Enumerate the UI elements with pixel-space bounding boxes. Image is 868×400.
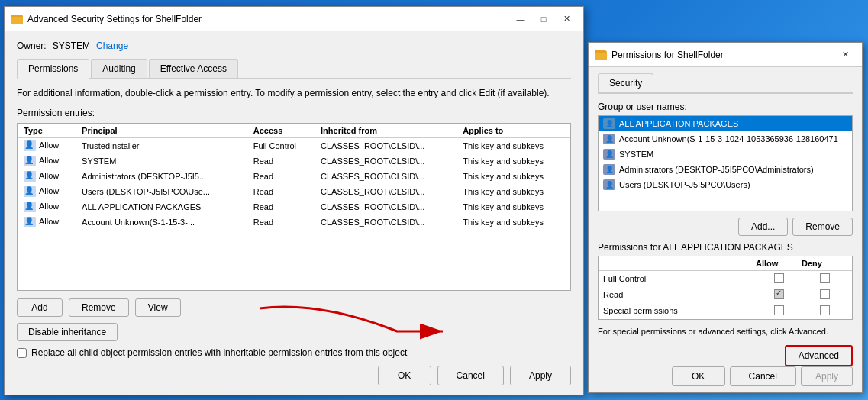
special-text: For special permissions or advanced sett… xyxy=(598,326,853,337)
second-dialog-title: Permissions for ShellFolder xyxy=(611,50,724,60)
second-final-buttons: OK Cancel Apply xyxy=(598,366,853,386)
disable-inheritance-button[interactable]: Disable inheritance xyxy=(17,323,118,341)
user-name: Administrators (DESKTOP-J5I5PCO\Administ… xyxy=(619,165,814,174)
add-user-button[interactable]: Add... xyxy=(738,218,788,236)
user-list-item[interactable]: 👤 Users (DESKTOP-J5I5PCO\Users) xyxy=(599,177,852,192)
change-owner-link[interactable]: Change xyxy=(96,40,128,51)
perm-check-table: Allow Deny Full Control Read Special per… xyxy=(598,256,853,320)
deny-checkbox[interactable] xyxy=(820,289,830,299)
col-inherited: Inherited from xyxy=(315,124,457,138)
view-button[interactable]: View xyxy=(135,298,181,317)
replace-checkbox[interactable] xyxy=(17,348,27,358)
tab-auditing[interactable]: Auditing xyxy=(91,59,147,78)
main-dialog-titlebar: Advanced Security Settings for ShellFold… xyxy=(5,7,583,31)
security-tab-bar: Security xyxy=(598,73,853,94)
table-row[interactable]: Allow TrustedInstaller Full Control CLAS… xyxy=(18,137,570,153)
perm-name: Full Control xyxy=(603,274,756,283)
perm-check-header: Allow Deny xyxy=(599,256,852,271)
deny-checkbox[interactable] xyxy=(820,305,830,315)
folder-icon-2 xyxy=(595,50,607,60)
section-label: Permission entries: xyxy=(17,108,571,118)
ok-button[interactable]: OK xyxy=(378,366,431,385)
minimize-button[interactable]: — xyxy=(510,11,531,27)
remove-user-button[interactable]: Remove xyxy=(792,218,853,236)
user-icon: 👤 xyxy=(603,118,615,129)
allow-checkbox[interactable] xyxy=(774,305,784,315)
perm-name: Special permissions xyxy=(603,306,756,315)
apply-button-2[interactable]: Apply xyxy=(801,366,853,386)
col-deny: Deny xyxy=(802,259,847,268)
main-dialog-body: Owner: SYSTEM Change Permissions Auditin… xyxy=(5,31,583,395)
table-row[interactable]: Allow Administrators (DESKTOP-J5I5... Re… xyxy=(18,169,570,184)
ok-button-2[interactable]: OK xyxy=(672,366,725,386)
main-dialog: Advanced Security Settings for ShellFold… xyxy=(4,6,584,395)
perm-check-row: Full Control xyxy=(599,271,852,287)
tab-permissions[interactable]: Permissions xyxy=(17,59,89,79)
owner-label: Owner: xyxy=(17,40,47,51)
close-button[interactable]: ✕ xyxy=(556,11,577,27)
tabs-row: Permissions Auditing Effective Access xyxy=(17,59,571,79)
user-name: ALL APPLICATION PACKAGES xyxy=(619,119,738,128)
group-label: Group or user names: xyxy=(598,102,853,112)
perms-for-label: Permissions for ALL APPLICATION PACKAGES xyxy=(598,242,853,253)
user-name: Account Unknown(S-1-15-3-1024-1053365936… xyxy=(619,134,838,144)
permission-table: Type Principal Access Inherited from App… xyxy=(18,124,570,231)
allow-checkbox[interactable] xyxy=(774,289,784,299)
second-dialog-titlebar: Permissions for ShellFolder ✕ xyxy=(589,43,862,67)
second-dialog-body: Security Group or user names: 👤 ALL APPL… xyxy=(589,67,862,392)
col-allow: Allow xyxy=(756,259,802,268)
bottom-buttons: Add Remove View xyxy=(17,298,571,317)
folder-icon xyxy=(11,15,23,24)
user-icon: 👤 xyxy=(603,179,615,190)
user-list-item[interactable]: 👤 Account Unknown(S-1-15-3-1024-10533659… xyxy=(599,131,852,147)
owner-value: SYSTEM xyxy=(53,40,90,51)
user-icon: 👤 xyxy=(603,149,615,160)
cancel-button-2[interactable]: Cancel xyxy=(730,366,796,386)
deny-checkbox[interactable] xyxy=(820,273,830,283)
checkbox-label: Replace all child object permission entr… xyxy=(31,347,407,358)
table-row[interactable]: Allow Account Unknown(S-1-15-3-... Read … xyxy=(18,215,570,230)
col-principal: Principal xyxy=(76,124,247,138)
user-list-item[interactable]: 👤 SYSTEM xyxy=(599,147,852,162)
user-list: 👤 ALL APPLICATION PACKAGES 👤 Account Unk… xyxy=(598,115,853,211)
perm-check-row: Special permissions xyxy=(599,303,852,319)
col-type: Type xyxy=(18,124,76,138)
col-applies: Applies to xyxy=(457,124,570,138)
maximize-button[interactable]: □ xyxy=(533,11,554,27)
perm-name: Read xyxy=(603,290,756,299)
main-dialog-title: Advanced Security Settings for ShellFold… xyxy=(27,14,202,24)
inheritance-row: Disable inheritance xyxy=(17,323,571,341)
table-row[interactable]: Allow SYSTEM Read CLASSES_ROOT\CLSID\...… xyxy=(18,153,570,169)
allow-checkbox[interactable] xyxy=(774,273,784,283)
user-icon: 👤 xyxy=(603,164,615,175)
tab-security[interactable]: Security xyxy=(598,73,653,92)
second-dialog: Permissions for ShellFolder ✕ Security G… xyxy=(588,42,863,393)
user-name: Users (DESKTOP-J5I5PCO\Users) xyxy=(619,180,750,189)
permission-table-container: Type Principal Access Inherited from App… xyxy=(17,123,571,291)
add-button[interactable]: Add xyxy=(17,298,63,317)
user-name: SYSTEM xyxy=(619,150,653,159)
info-text: For additional information, double-click… xyxy=(17,87,571,100)
add-remove-row: Add... Remove xyxy=(598,218,853,236)
perm-check-row: Read xyxy=(599,287,852,303)
col-access: Access xyxy=(247,124,315,138)
table-row[interactable]: Allow Users (DESKTOP-J5I5PCO\Use... Read… xyxy=(18,184,570,199)
owner-row: Owner: SYSTEM Change xyxy=(17,40,571,51)
cancel-button[interactable]: Cancel xyxy=(437,366,504,385)
apply-button[interactable]: Apply xyxy=(510,366,571,385)
user-icon: 👤 xyxy=(603,134,615,144)
checkbox-row: Replace all child object permission entr… xyxy=(17,347,571,358)
close-button-2[interactable]: ✕ xyxy=(834,47,856,63)
final-buttons: OK Cancel Apply xyxy=(17,366,571,385)
advanced-button[interactable]: Advanced xyxy=(785,345,853,366)
user-list-item[interactable]: 👤 Administrators (DESKTOP-J5I5PCO\Admini… xyxy=(599,162,852,177)
remove-button[interactable]: Remove xyxy=(69,298,129,317)
user-list-item[interactable]: 👤 ALL APPLICATION PACKAGES xyxy=(599,116,852,131)
advanced-btn-area: Advanced xyxy=(598,345,853,366)
table-row[interactable]: Allow ALL APPLICATION PACKAGES Read CLAS… xyxy=(18,199,570,215)
tab-effective-access[interactable]: Effective Access xyxy=(149,59,238,78)
